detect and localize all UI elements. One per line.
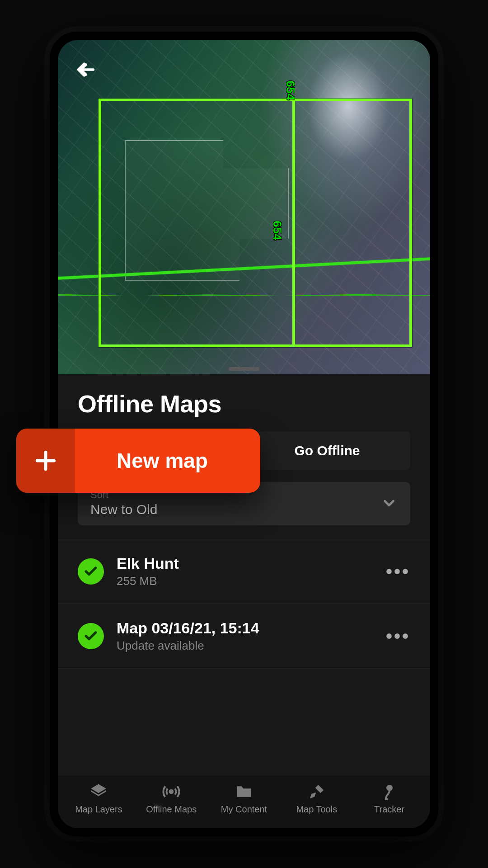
sort-value: New to Old <box>90 502 157 517</box>
more-options-button[interactable]: ••• <box>386 561 410 582</box>
offline-map-item[interactable]: Elk Hunt 255 MB ••• <box>58 539 430 604</box>
item-texts: Map 03/16/21, 15:14 Update available <box>117 619 373 653</box>
tab-go-offline[interactable]: Go Offline <box>244 431 410 470</box>
check-icon <box>84 629 98 643</box>
nav-label: Offline Maps <box>146 804 197 815</box>
chevron-down-icon <box>380 495 398 512</box>
item-texts: Elk Hunt 255 MB <box>117 555 373 588</box>
check-icon <box>84 564 98 579</box>
nav-label: Map Layers <box>75 804 122 815</box>
sheet-grabber[interactable] <box>229 367 259 371</box>
nav-label: My Content <box>221 804 267 815</box>
nav-map-layers[interactable]: Map Layers <box>62 783 135 815</box>
nav-my-content[interactable]: My Content <box>208 783 281 815</box>
new-map-button[interactable]: New map <box>16 429 260 493</box>
offline-map-status: Update available <box>117 639 373 653</box>
nav-label: Map Tools <box>296 804 337 815</box>
offline-map-item[interactable]: Map 03/16/21, 15:14 Update available ••• <box>58 604 430 669</box>
zone-label: 654 <box>270 221 284 240</box>
nav-tracker[interactable]: Tracker <box>353 783 426 815</box>
tracker-icon <box>380 783 399 801</box>
back-button[interactable] <box>73 57 99 82</box>
new-map-label: New map <box>75 448 260 473</box>
sheet-title: Offline Maps <box>58 371 430 431</box>
zone-label: 654 <box>283 80 297 100</box>
svg-point-1 <box>170 790 173 793</box>
nav-label: Tracker <box>374 804 404 815</box>
status-badge <box>78 558 104 585</box>
offline-map-selection-box[interactable] <box>99 99 412 347</box>
offline-map-size: 255 MB <box>117 574 373 588</box>
selection-divider <box>292 99 295 347</box>
folder-icon <box>235 783 253 801</box>
offline-map-name: Elk Hunt <box>117 555 373 572</box>
svg-point-2 <box>387 786 392 790</box>
map-view[interactable]: 654 654 <box>58 40 430 374</box>
bottom-nav: Map Layers Offline Maps My Content Map T… <box>58 774 430 828</box>
tab-go-offline-label: Go Offline <box>295 443 360 458</box>
broadcast-icon <box>162 783 180 801</box>
tools-icon <box>308 783 326 801</box>
nav-map-tools[interactable]: Map Tools <box>280 783 353 815</box>
plus-icon <box>33 448 58 473</box>
more-options-button[interactable]: ••• <box>386 626 410 646</box>
plus-icon-zone <box>16 429 75 493</box>
arrow-left-icon <box>76 60 96 80</box>
status-badge <box>78 623 104 649</box>
layers-icon <box>89 783 108 801</box>
offline-map-name: Map 03/16/21, 15:14 <box>117 619 373 637</box>
nav-offline-maps[interactable]: Offline Maps <box>135 783 208 815</box>
